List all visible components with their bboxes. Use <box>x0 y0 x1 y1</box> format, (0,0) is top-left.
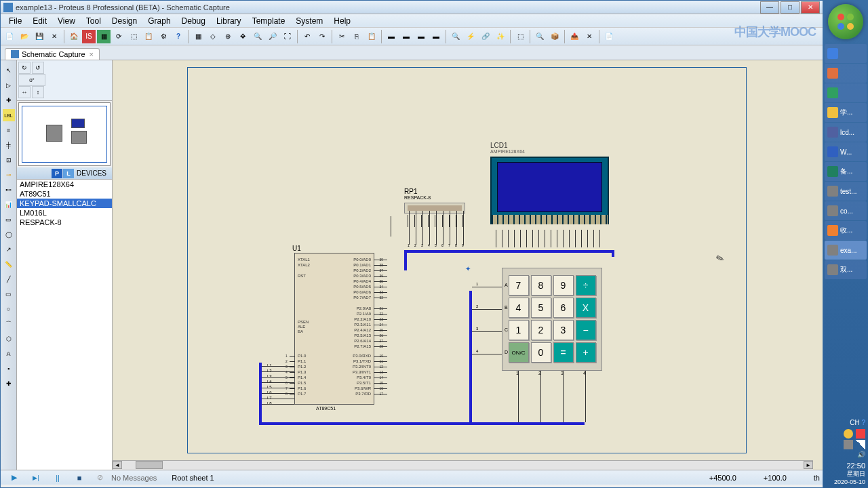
menu-file[interactable]: File <box>3 15 27 27</box>
bus-icon[interactable]: ╪ <box>3 139 15 151</box>
arc-icon[interactable]: ⌒ <box>3 318 15 330</box>
grid-icon[interactable]: ▦ <box>191 30 205 43</box>
system-tray[interactable]: CH ? 🔊 22:50 星期日 2020-05-10 <box>823 416 868 488</box>
delete-icon[interactable]: ✕ <box>583 30 596 43</box>
export-icon[interactable]: 📤 <box>568 30 581 43</box>
open-icon[interactable]: 📂 <box>18 30 31 43</box>
meter-icon[interactable]: 📏 <box>3 258 15 270</box>
menu-edit[interactable]: Edit <box>27 15 52 27</box>
start-button[interactable] <box>828 4 863 39</box>
terminal-icon[interactable]: ⊸ <box>3 169 15 181</box>
3d-icon[interactable]: ⬚ <box>127 30 140 43</box>
block-icon[interactable]: ▬ <box>384 30 398 43</box>
tab-close-icon[interactable]: × <box>90 50 94 58</box>
menu-system[interactable]: System <box>290 15 328 27</box>
zoom-all-icon[interactable]: ⛶ <box>281 30 294 43</box>
graph-icon[interactable]: 📊 <box>3 199 15 211</box>
volume-icon[interactable]: 🔊 <box>856 451 865 460</box>
keypad-key[interactable]: 1 <box>509 320 529 340</box>
stop-button[interactable]: ■ <box>71 472 87 484</box>
menu-view[interactable]: View <box>52 15 81 27</box>
subckt-icon[interactable]: ⊡ <box>3 154 15 166</box>
taskbar-item[interactable] <box>825 44 867 63</box>
keypad-key[interactable]: = <box>553 342 574 363</box>
taskbar-item[interactable]: lcd... <box>825 123 867 142</box>
device-item[interactable]: AMPIRE128X64 <box>17 180 112 189</box>
close-icon[interactable]: ✕ <box>47 30 61 43</box>
help-icon[interactable]: ? <box>172 30 185 43</box>
wand-icon[interactable]: ✨ <box>494 30 507 43</box>
clock-date[interactable]: 2020-05-10 <box>826 479 865 485</box>
close-button[interactable]: ✕ <box>801 1 820 14</box>
pin-icon[interactable]: ⊷ <box>3 184 15 196</box>
tray-icon[interactable] <box>856 429 865 439</box>
menu-graph[interactable]: Graph <box>142 15 176 27</box>
schem-icon[interactable]: IS <box>82 30 96 43</box>
block4-icon[interactable]: ▬ <box>429 30 443 43</box>
junction-icon[interactable]: ✚ <box>3 94 15 106</box>
device-item[interactable]: RESPACK-8 <box>17 218 112 227</box>
scroll-thumb[interactable] <box>136 461 163 469</box>
keypad-key[interactable]: 0 <box>531 342 551 363</box>
zoom-in-icon[interactable]: 🔍 <box>251 30 264 43</box>
menu-design[interactable]: Design <box>106 15 142 27</box>
clock-time[interactable]: 22:50 <box>826 462 865 470</box>
redo-icon[interactable]: ↷ <box>315 30 329 43</box>
keypad-key[interactable]: 3 <box>553 320 574 340</box>
text-icon[interactable]: ≡ <box>3 124 15 136</box>
copy-icon[interactable]: ⎘ <box>350 30 363 43</box>
undo-icon[interactable]: ↶ <box>300 30 314 43</box>
pcb-icon[interactable]: ▦ <box>97 30 111 43</box>
circle-icon[interactable]: ○ <box>3 303 15 315</box>
tray-icon[interactable] <box>844 440 853 449</box>
taskbar-item[interactable]: 收... <box>825 221 867 240</box>
scroll-left-icon[interactable]: ◄ <box>113 461 122 469</box>
angle-field[interactable]: 0° <box>18 74 45 86</box>
erc-icon[interactable]: ⚡ <box>464 30 477 43</box>
menu-debug[interactable]: Debug <box>176 15 211 27</box>
component-mcu[interactable]: U1 XTAL1XTAL2RSTPSENALEEAP1.0P1.1P1.2P1.… <box>289 250 401 405</box>
zoom-out-icon[interactable]: 🔎 <box>266 30 279 43</box>
taskbar-item[interactable]: exa... <box>825 241 867 260</box>
step-button[interactable]: ▶| <box>28 472 44 484</box>
rotate-cw-icon[interactable]: ↻ <box>18 62 31 74</box>
device-item[interactable]: LM016L <box>17 208 112 218</box>
probe-icon[interactable]: ↗ <box>3 243 15 256</box>
line-icon[interactable]: ╱ <box>3 273 15 285</box>
origin-icon[interactable]: ⊕ <box>221 30 235 43</box>
lib-button[interactable]: L <box>63 169 74 178</box>
keypad-key[interactable]: 2 <box>531 320 551 340</box>
mirror-v-icon[interactable]: ↕ <box>32 86 44 98</box>
menu-template[interactable]: Template <box>247 15 291 27</box>
keypad-key[interactable]: X <box>576 298 596 318</box>
clock-day[interactable]: 星期日 <box>826 470 865 479</box>
tab-schematic[interactable]: Schematic Capture × <box>5 48 100 60</box>
taskbar-item[interactable]: 学... <box>825 103 867 122</box>
ime-indicator[interactable]: CH <box>850 419 859 426</box>
keypad-key[interactable]: ÷ <box>576 275 596 296</box>
comp-icon[interactable]: ⬚ <box>513 30 527 43</box>
label-icon[interactable]: LBL <box>3 109 15 121</box>
play-button[interactable]: ▶ <box>6 472 22 484</box>
pan-icon[interactable]: ✥ <box>236 30 250 43</box>
pause-button[interactable]: || <box>50 472 66 484</box>
scroll-right-icon[interactable]: ► <box>804 461 813 469</box>
box-icon[interactable]: ▭ <box>3 288 15 300</box>
keypad-key[interactable]: 7 <box>509 275 529 296</box>
block3-icon[interactable]: ▬ <box>414 30 428 43</box>
path-icon[interactable]: ⬡ <box>3 333 15 345</box>
cut-icon[interactable]: ✂ <box>335 30 349 43</box>
save-icon[interactable]: 💾 <box>33 30 46 43</box>
net-icon[interactable]: 🔗 <box>479 30 492 43</box>
keypad-key[interactable]: 5 <box>531 298 551 318</box>
new-icon[interactable]: 📄 <box>3 30 16 43</box>
gen-icon[interactable]: ◯ <box>3 228 15 241</box>
bom-icon[interactable]: 📋 <box>142 30 155 43</box>
keypad-key[interactable]: 8 <box>531 275 551 296</box>
device-item[interactable]: KEYPAD-SMALLCALC <box>17 199 112 208</box>
overview-panel[interactable] <box>18 102 111 166</box>
taskbar-item[interactable]: 备... <box>825 162 867 181</box>
cog-icon[interactable]: ⚙ <box>157 30 170 43</box>
block2-icon[interactable]: ▬ <box>399 30 413 43</box>
taskbar-item[interactable]: W... <box>825 142 867 161</box>
